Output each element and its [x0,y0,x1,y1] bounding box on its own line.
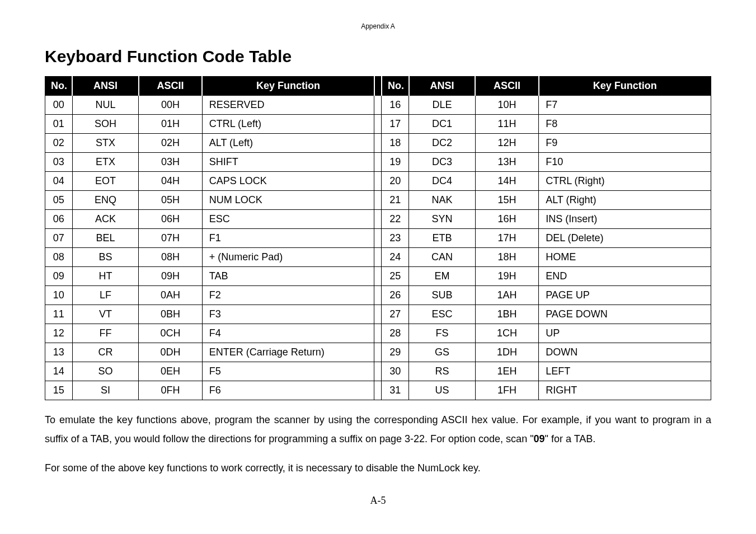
cell-ansi: RS [409,362,476,381]
cell-ascii: 16H [475,210,538,229]
cell-ascii: 15H [475,191,538,210]
cell-func: DOWN [539,343,711,362]
header-ascii-2: ASCII [475,77,538,96]
note-paragraph-1: To emulate the key functions above, prog… [45,410,711,448]
cell-func: + (Numeric Pad) [202,248,374,267]
cell-func: ALT (Right) [539,191,711,210]
code-table: No. ANSI ASCII Key Function No. ANSI ASC… [45,76,711,400]
table-row: 00NUL00HRESERVED16DLE10HF7 [45,96,711,115]
cell-func: PAGE UP [539,286,711,305]
cell-func: PAGE DOWN [539,305,711,324]
cell-no: 29 [382,343,409,362]
cell-ascii: 05H [139,191,202,210]
table-row: 11VT0BHF327ESC1BHPAGE DOWN [45,305,711,324]
cell-no: 06 [45,210,73,229]
table-row: 07BEL07HF123ETB17HDEL (Delete) [45,229,711,248]
table-row: 01SOH01HCTRL (Left)17DC111HF8 [45,115,711,134]
cell-ansi: FS [409,324,476,343]
cell-no: 31 [382,381,409,400]
cell-gap [374,343,382,362]
header-no: No. [45,77,73,96]
notes-section: To emulate the key functions above, prog… [45,410,711,478]
cell-func: DEL (Delete) [539,229,711,248]
cell-no: 03 [45,153,73,172]
cell-func: ENTER (Carriage Return) [202,343,374,362]
cell-ascii: 0BH [139,305,202,324]
cell-func: F6 [202,381,374,400]
table-row: 08BS08H+ (Numeric Pad)24CAN18HHOME [45,248,711,267]
header-func-2: Key Function [539,77,711,96]
header-ascii: ASCII [139,77,202,96]
table-row: 04EOT04HCAPS LOCK20DC414HCTRL (Right) [45,172,711,191]
cell-ansi: EM [409,267,476,286]
cell-func: LEFT [539,362,711,381]
cell-ascii: 1DH [475,343,538,362]
cell-ascii: 07H [139,229,202,248]
cell-ascii: 03H [139,153,202,172]
cell-func: UP [539,324,711,343]
table-row: 14SO0EHF530RS1EHLEFT [45,362,711,381]
cell-no: 11 [45,305,73,324]
cell-gap [374,248,382,267]
cell-gap [374,210,382,229]
cell-no: 08 [45,248,73,267]
cell-no: 21 [382,191,409,210]
cell-ascii: 02H [139,134,202,153]
cell-ascii: 04H [139,172,202,191]
cell-no: 07 [45,229,73,248]
cell-no: 02 [45,134,73,153]
cell-ansi: STX [72,134,139,153]
cell-ascii: 13H [475,153,538,172]
cell-func: F5 [202,362,374,381]
cell-func: HOME [539,248,711,267]
cell-ascii: 08H [139,248,202,267]
table-row: 15SI0FHF631US1FHRIGHT [45,381,711,400]
cell-no: 04 [45,172,73,191]
cell-gap [374,134,382,153]
cell-func: F8 [539,115,711,134]
cell-ansi: DC2 [409,134,476,153]
cell-no: 30 [382,362,409,381]
cell-ansi: GS [409,343,476,362]
cell-no: 14 [45,362,73,381]
cell-func: NUM LOCK [202,191,374,210]
cell-no: 12 [45,324,73,343]
cell-ascii: 1BH [475,305,538,324]
cell-no: 23 [382,229,409,248]
cell-gap [374,305,382,324]
header-ansi: ANSI [72,77,139,96]
table-row: 13CR0DHENTER (Carriage Return)29GS1DHDOW… [45,343,711,362]
table-row: 03ETX03HSHIFT19DC313HF10 [45,153,711,172]
table-row: 09HT09HTAB25EM19HEND [45,267,711,286]
cell-gap [374,381,382,400]
header-gap [374,77,382,96]
cell-gap [374,286,382,305]
cell-ascii: 1CH [475,324,538,343]
cell-ansi: SO [72,362,139,381]
note-code: 09 [534,433,545,444]
cell-gap [374,153,382,172]
cell-func: F7 [539,96,711,115]
cell-func: INS (Insert) [539,210,711,229]
cell-no: 19 [382,153,409,172]
cell-ansi: DC1 [409,115,476,134]
table-row: 10LF0AHF226SUB1AHPAGE UP [45,286,711,305]
cell-gap [374,362,382,381]
cell-gap [374,229,382,248]
cell-ascii: 09H [139,267,202,286]
header-func: Key Function [202,77,374,96]
cell-no: 01 [45,115,73,134]
cell-no: 22 [382,210,409,229]
table-row: 05ENQ05HNUM LOCK21NAK15HALT (Right) [45,191,711,210]
cell-func: CAPS LOCK [202,172,374,191]
cell-ansi: HT [72,267,139,286]
cell-no: 10 [45,286,73,305]
cell-func: F1 [202,229,374,248]
cell-func: F2 [202,286,374,305]
cell-ansi: SYN [409,210,476,229]
cell-func: RESERVED [202,96,374,115]
cell-gap [374,96,382,115]
cell-ascii: 06H [139,210,202,229]
cell-no: 15 [45,381,73,400]
cell-ansi: ETB [409,229,476,248]
